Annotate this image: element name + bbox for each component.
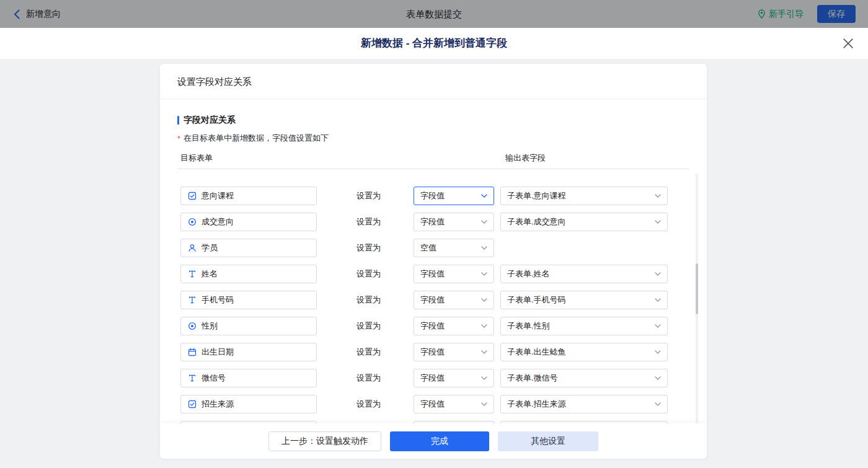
radio-field-icon: [188, 322, 197, 330]
chevron-down-icon: [655, 350, 661, 354]
modal-header: 新增数据 - 合并新增到普通字段: [0, 28, 868, 59]
mapping-rows: 意向课程 设置为 字段值 子表单.意向课程 成交意向 设置为 字段值 子表单.成…: [177, 183, 689, 443]
value-type-label: 字段值: [420, 268, 476, 280]
target-field-box[interactable]: 手机号码: [180, 291, 317, 309]
output-field-label: 子表单.意向课程: [507, 190, 650, 201]
hint-row: * 在目标表单中新增数据，字段值设置如下: [177, 133, 689, 144]
target-field-label: 手机号码: [202, 294, 234, 306]
target-field-box[interactable]: 意向课程: [180, 187, 317, 205]
column-header-target-form: 目标表单: [180, 152, 213, 164]
field-mapping-row: 姓名 设置为 字段值 子表单.姓名: [177, 261, 689, 287]
output-field-select[interactable]: 子表单.手机号码: [500, 291, 668, 309]
close-icon[interactable]: [843, 38, 853, 48]
required-mark: *: [177, 134, 180, 143]
card-title: 设置字段对应关系: [160, 64, 707, 99]
value-type-label: 字段值: [420, 216, 476, 227]
value-type-label: 空值: [420, 242, 476, 254]
set-as-label: 设置为: [356, 183, 381, 209]
output-field-select[interactable]: 子表单.性别: [500, 317, 668, 335]
output-field-label: 子表单.姓名: [507, 268, 650, 280]
scrollbar-thumb[interactable]: [696, 263, 698, 314]
select-field-icon: [188, 192, 197, 200]
chevron-left-icon: [14, 9, 20, 19]
chevron-down-icon: [481, 402, 487, 406]
chevron-down-icon: [481, 272, 487, 276]
save-button[interactable]: 保存: [817, 5, 856, 23]
hint-text: 在目标表单中新增数据，字段值设置如下: [184, 133, 329, 144]
value-type-label: 字段值: [420, 294, 476, 306]
column-header-output-fields: 输出表字段: [505, 152, 546, 164]
output-field-label: 子表单.微信号: [507, 373, 650, 384]
text-field-icon: [188, 296, 197, 304]
target-field-box[interactable]: 姓名: [180, 265, 317, 283]
chevron-down-icon: [481, 324, 487, 328]
target-field-box[interactable]: 成交意向: [180, 213, 317, 231]
target-field-box[interactable]: 出生日期: [180, 343, 317, 361]
topbar-actions: 新手引导 保存: [758, 0, 856, 28]
card-footer: 上一步：设置触发动作 完成 其他设置: [160, 423, 707, 459]
target-field-label: 意向课程: [202, 190, 234, 201]
value-type-select[interactable]: 字段值: [414, 291, 494, 309]
chevron-down-icon: [481, 350, 487, 354]
field-mapping-row: 意向课程 设置为 字段值 子表单.意向课程: [177, 183, 689, 209]
date-field-icon: [188, 348, 197, 356]
chevron-down-icon: [655, 220, 661, 224]
chevron-down-icon: [655, 194, 661, 198]
set-as-label: 设置为: [356, 287, 381, 313]
value-type-label: 字段值: [420, 347, 476, 358]
value-type-select[interactable]: 字段值: [414, 317, 494, 335]
target-field-label: 微信号: [202, 373, 226, 384]
set-as-label: 设置为: [356, 209, 381, 235]
target-field-box[interactable]: 微信号: [180, 369, 317, 387]
chevron-down-icon: [655, 402, 661, 406]
value-type-select[interactable]: 字段值: [414, 265, 494, 283]
column-headers: 目标表单 输出表字段: [177, 152, 689, 164]
output-field-select[interactable]: 子表单.意向课程: [500, 187, 668, 205]
chevron-down-icon: [481, 246, 487, 250]
done-button[interactable]: 完成: [390, 431, 489, 451]
text-field-icon: [188, 374, 197, 382]
target-field-label: 姓名: [202, 268, 218, 280]
radio-field-icon: [188, 218, 197, 226]
section-title: 字段对应关系: [177, 114, 689, 126]
value-type-label: 字段值: [420, 190, 476, 201]
output-field-select[interactable]: 子表单.成交意向: [500, 213, 668, 231]
select-field-icon: [188, 400, 197, 408]
section-accent-bar: [177, 116, 179, 125]
back-button[interactable]: 新增意向: [14, 0, 61, 28]
output-field-select[interactable]: 子表单.出生鲶鱼: [500, 343, 668, 361]
screen: 新增意向 表单数据提交 新手引导 保存 新增数据 - 合并新增到普通字段 设置字…: [0, 0, 868, 468]
top-app-bar: 新增意向 表单数据提交 新手引导 保存: [0, 0, 868, 28]
chevron-down-icon: [655, 324, 661, 328]
set-as-label: 设置为: [356, 391, 381, 417]
chevron-down-icon: [655, 376, 661, 380]
value-type-select[interactable]: 字段值: [414, 213, 494, 231]
previous-step-button[interactable]: 上一步：设置触发动作: [268, 431, 381, 451]
section-title-label: 字段对应关系: [184, 115, 236, 126]
value-type-select[interactable]: 字段值: [414, 343, 494, 361]
output-field-label: 子表单.招生来源: [507, 399, 650, 410]
chevron-down-icon: [481, 298, 487, 302]
output-field-select[interactable]: 子表单.姓名: [500, 265, 668, 283]
value-type-select[interactable]: 字段值: [414, 395, 494, 413]
output-field-label: 子表单.手机号码: [507, 294, 650, 306]
value-type-select[interactable]: 字段值: [414, 187, 494, 205]
field-mapping-row: 微信号 设置为 字段值 子表单.微信号: [177, 365, 689, 391]
target-field-box[interactable]: 学员: [180, 239, 317, 257]
value-type-select[interactable]: 字段值: [414, 369, 494, 387]
member-field-icon: [188, 244, 197, 252]
value-type-select[interactable]: 空值: [414, 239, 494, 257]
location-pin-icon: [758, 9, 766, 19]
other-settings-button[interactable]: 其他设置: [498, 431, 598, 451]
target-field-box[interactable]: 性别: [180, 317, 317, 335]
field-mapping-row: 招生来源 设置为 字段值 子表单.招生来源: [177, 391, 689, 417]
beginner-guide-button[interactable]: 新手引导: [758, 9, 804, 20]
set-as-label: 设置为: [356, 365, 381, 391]
value-type-label: 字段值: [420, 373, 476, 384]
target-field-label: 出生日期: [202, 347, 234, 358]
chevron-down-icon: [655, 272, 661, 276]
output-field-select[interactable]: 子表单.招生来源: [500, 395, 668, 413]
target-field-box[interactable]: 招生来源: [180, 395, 317, 413]
scrollbar-track[interactable]: [696, 174, 698, 423]
output-field-select[interactable]: 子表单.微信号: [500, 369, 668, 387]
